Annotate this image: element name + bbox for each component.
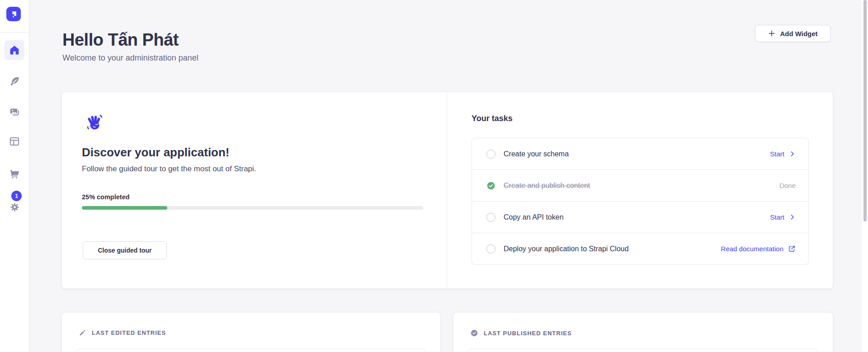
task-row: Create your schema Start (472, 138, 808, 170)
task-status-circle (486, 150, 495, 159)
read-documentation-link[interactable]: Read documentation (721, 245, 796, 253)
entries-table (76, 349, 426, 352)
sidebar: 1 (0, 0, 29, 352)
feather-icon (9, 75, 20, 87)
tasks-list: Create your schema Start (472, 138, 809, 265)
strapi-logo[interactable] (6, 7, 21, 21)
task-done-label: Done (779, 182, 796, 189)
sidebar-item-marketplace[interactable] (5, 164, 24, 184)
pencil-icon (79, 329, 86, 337)
settings-notification-badge: 1 (11, 191, 22, 201)
entries-table (468, 349, 818, 352)
page-title: Hello Tấn Phát (62, 30, 179, 50)
sidebar-item-content-type-builder[interactable] (5, 131, 24, 151)
external-link-icon (788, 245, 796, 253)
task-action-label: Done (779, 182, 796, 189)
task-status-circle (486, 213, 495, 222)
widget-header: LAST PUBLISHED ENTRIES (470, 329, 572, 337)
check-circle-icon (470, 329, 478, 337)
your-tasks-title: Your tasks (472, 114, 513, 123)
progress-label: 25% completed (82, 193, 130, 201)
task-label: Copy an API token (504, 213, 564, 221)
task-row: Create and publish content Done (472, 170, 808, 202)
your-tasks-section: Your tasks Create your schema Start (447, 92, 833, 288)
add-widget-label: Add Widget (780, 30, 817, 38)
gear-icon (9, 202, 20, 213)
welcome-card: Discover your application! Follow the gu… (61, 92, 833, 289)
images-icon (9, 106, 20, 118)
chevron-right-icon (789, 150, 796, 157)
task-status-circle (486, 244, 495, 253)
waving-hand-icon (85, 113, 104, 131)
last-edited-entries-widget: LAST EDITED ENTRIES (61, 312, 441, 352)
sidebar-item-media-library[interactable] (5, 102, 24, 122)
task-action-label: Start (770, 213, 784, 221)
widget-title: LAST PUBLISHED ENTRIES (484, 330, 572, 337)
guided-tour-title: Discover your application! (82, 145, 230, 160)
home-icon (9, 44, 20, 56)
task-row: Copy an API token Start (472, 202, 808, 233)
widget-header: LAST EDITED ENTRIES (79, 329, 166, 337)
progress-fill (82, 206, 167, 210)
guided-tour-section: Discover your application! Follow the gu… (62, 92, 447, 288)
close-guided-tour-button[interactable]: Close guided tour (83, 241, 167, 259)
sidebar-item-home[interactable] (5, 40, 24, 60)
layout-icon (9, 136, 20, 147)
guided-tour-description: Follow the guided tour to get the most o… (82, 164, 256, 174)
task-start-link[interactable]: Start (770, 213, 796, 221)
page-scrollbar (862, 0, 868, 352)
add-widget-button[interactable]: Add Widget (755, 25, 830, 42)
task-start-link[interactable]: Start (770, 150, 796, 158)
main-content: Hello Tấn Phát Welcome to your administr… (29, 0, 868, 352)
scrollbar-thumb[interactable] (863, 0, 867, 221)
page-subtitle: Welcome to your administration panel (62, 53, 198, 63)
widget-title: LAST EDITED ENTRIES (92, 329, 166, 336)
strapi-logo-icon (9, 9, 19, 19)
task-action-label: Start (770, 150, 784, 158)
sidebar-divider (0, 32, 29, 33)
cart-icon (9, 168, 20, 180)
last-published-entries-widget: LAST PUBLISHED ENTRIES (453, 312, 833, 352)
sidebar-item-content[interactable] (5, 71, 24, 91)
task-label: Deploy your application to Strapi Cloud (504, 245, 629, 253)
progress-bar (82, 206, 423, 210)
chevron-right-icon (789, 214, 796, 221)
task-done-check-icon (486, 181, 495, 190)
task-label: Create and publish content (504, 182, 590, 190)
task-row: Deploy your application to Strapi Cloud … (472, 233, 808, 264)
strapi-admin-dashboard: 1 (0, 0, 868, 352)
plus-icon (768, 29, 776, 38)
task-label: Create your schema (504, 150, 569, 158)
task-action-label: Read documentation (721, 245, 783, 253)
